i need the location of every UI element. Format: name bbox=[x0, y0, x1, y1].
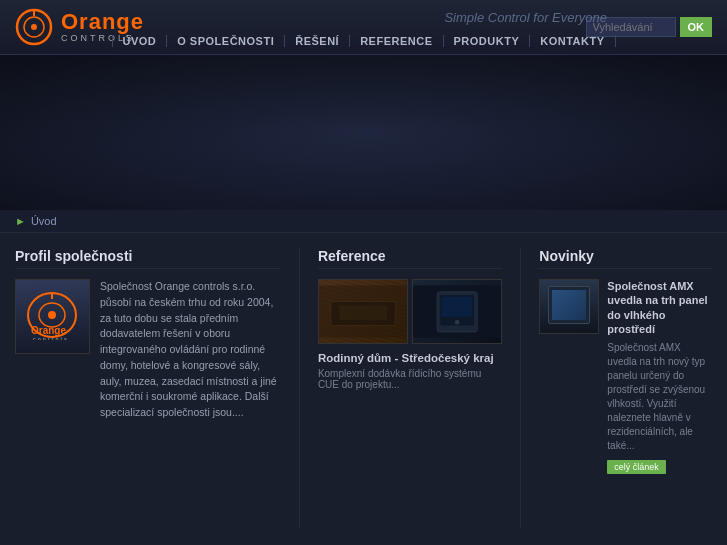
nav-item-kontakty[interactable]: KONTAKTY bbox=[530, 35, 615, 47]
profile-image-inner: Orange controls bbox=[16, 280, 89, 353]
news-article-body: Společnost AMX uvedla na trh nový typ pa… bbox=[607, 341, 712, 453]
profile-logo: Orange controls bbox=[25, 290, 80, 343]
news-image bbox=[539, 279, 599, 334]
reference-images bbox=[318, 279, 502, 344]
nav-item-reference[interactable]: REFERENCE bbox=[350, 35, 443, 47]
reference-item-description: Komplexní dodávka řídicího systému CUE d… bbox=[318, 368, 502, 390]
search-button[interactable]: OK bbox=[680, 17, 713, 37]
news-image-inner bbox=[540, 280, 598, 333]
nav-item-reseni[interactable]: ŘEŠENÍ bbox=[285, 35, 350, 47]
news-section-title: Novinky bbox=[539, 248, 712, 269]
profile-description: Společnost Orange controls s.r.o. působí… bbox=[100, 279, 281, 421]
profile-image: Orange controls bbox=[15, 279, 90, 354]
nav-item-o-spolecnosti[interactable]: O SPOLEČNOSTI bbox=[167, 35, 285, 47]
reference-item-title[interactable]: Rodinný dům - Středočeský kraj bbox=[318, 352, 502, 364]
nav-item-uvod[interactable]: ÚVOD bbox=[111, 35, 167, 47]
hero-overlay bbox=[0, 55, 727, 210]
news-content: Společnost AMX uvedla na trh panel do vl… bbox=[539, 279, 712, 474]
news-column: Novinky Společnost AMX uvedla na trh pan… bbox=[521, 248, 712, 528]
breadcrumb-home[interactable]: Úvod bbox=[31, 215, 57, 227]
reference-device-svg bbox=[413, 280, 501, 343]
reference-image-1[interactable] bbox=[318, 279, 408, 344]
breadcrumb-arrow-icon: ► bbox=[15, 215, 26, 227]
svg-point-17 bbox=[455, 320, 460, 325]
read-more-button[interactable]: celý článek bbox=[607, 460, 666, 474]
news-article-title[interactable]: Společnost AMX uvedla na trh panel do vl… bbox=[607, 279, 712, 336]
profile-content: Orange controls Společnost Orange contro… bbox=[15, 279, 281, 421]
breadcrumb: ► Úvod bbox=[0, 210, 727, 233]
svg-text:controls: controls bbox=[33, 336, 69, 340]
hero-banner bbox=[0, 55, 727, 210]
tagline: Simple Control for Everyone bbox=[444, 10, 607, 25]
reference-image-2[interactable] bbox=[412, 279, 502, 344]
reference-image-1-svg bbox=[319, 280, 407, 343]
tablet-icon bbox=[548, 286, 590, 324]
profile-section-title: Profil společnosti bbox=[15, 248, 281, 269]
main-nav: ÚVOD O SPOLEČNOSTI ŘEŠENÍ REFERENCE PROD… bbox=[111, 35, 615, 47]
main-content: Profil společnosti Orange controls bbox=[0, 233, 727, 543]
svg-text:Orange: Orange bbox=[31, 325, 66, 336]
profile-column: Profil společnosti Orange controls bbox=[15, 248, 300, 528]
header: Orange controls ÚVOD O SPOLEČNOSTI ŘEŠEN… bbox=[0, 0, 727, 55]
news-text-area: Společnost AMX uvedla na trh panel do vl… bbox=[607, 279, 712, 474]
reference-column: Reference bbox=[300, 248, 521, 528]
svg-point-7 bbox=[48, 311, 56, 319]
svg-point-3 bbox=[31, 24, 37, 30]
logo-orange-text: Orange bbox=[61, 11, 144, 33]
logo-icon bbox=[15, 8, 53, 46]
reference-section-title: Reference bbox=[318, 248, 502, 269]
svg-rect-12 bbox=[339, 305, 387, 319]
nav-item-produkty[interactable]: PRODUKTY bbox=[444, 35, 531, 47]
svg-rect-16 bbox=[442, 297, 472, 317]
reference-image-device bbox=[413, 280, 501, 343]
tablet-screen bbox=[552, 290, 586, 320]
